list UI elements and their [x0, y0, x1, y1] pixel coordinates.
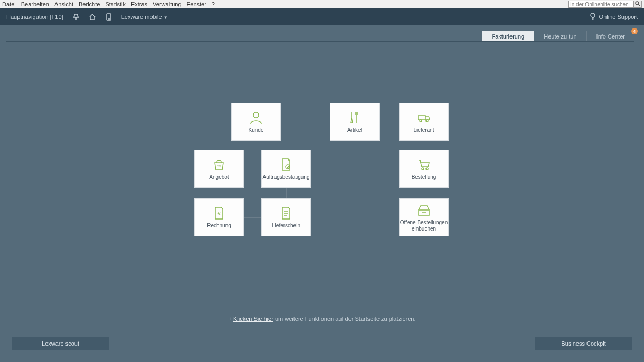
- hint-link[interactable]: Klicken Sie hier: [233, 316, 273, 322]
- connector: [244, 217, 261, 218]
- svg-point-11: [422, 168, 424, 170]
- delivery-note-icon: [279, 206, 293, 221]
- footer-buttons: Lexware scout Business Cockpit: [12, 337, 632, 350]
- invoice-icon: €: [212, 206, 226, 221]
- tile-rechnung[interactable]: € Rechnung: [194, 198, 244, 236]
- home-icon[interactable]: [89, 13, 96, 21]
- tab-info-center-label: Info Center: [596, 33, 625, 40]
- tools-icon: [347, 110, 362, 125]
- menu-help[interactable]: ?: [212, 1, 215, 7]
- svg-text:%: %: [217, 164, 221, 168]
- tab-strip: Fakturierung Heute zu tun Info Center 4: [0, 25, 644, 42]
- menu-berichte[interactable]: Berichte: [79, 1, 100, 7]
- tile-rechnung-label: Rechnung: [207, 223, 231, 229]
- person-icon: [249, 110, 263, 125]
- menu-bearbeiten[interactable]: Bearbeiten: [21, 1, 49, 7]
- bag-icon: %: [212, 157, 226, 172]
- connector: [286, 188, 287, 198]
- tile-auftragsbestaetigung-label: Auftragsbestätigung: [263, 174, 310, 180]
- tile-artikel[interactable]: Artikel: [330, 103, 380, 141]
- menu-datei[interactable]: Datei: [2, 1, 16, 7]
- tile-angebot[interactable]: % Angebot: [194, 150, 244, 188]
- connector: [424, 188, 424, 198]
- truck-icon: [416, 110, 431, 125]
- cart-icon: [416, 157, 431, 172]
- mobile-icon[interactable]: [106, 13, 112, 21]
- search-wrap: [568, 1, 642, 8]
- online-support-label: Online Support: [599, 14, 638, 20]
- footer-separator: [13, 310, 631, 310]
- hint-text: + Klicken Sie hier um weitere Funktionen…: [0, 316, 644, 322]
- online-support[interactable]: Online Support: [590, 13, 638, 21]
- svg-point-0: [636, 2, 639, 5]
- hint-suffix: um weitere Funktionen auf der Startseite…: [273, 316, 416, 322]
- tile-bestellung-label: Bestellung: [412, 174, 437, 180]
- menu-extras[interactable]: Extras: [131, 1, 147, 7]
- connector: [244, 169, 261, 169]
- svg-point-5: [253, 112, 259, 118]
- menu-bar: Datei Bearbeiten Ansicht Berichte Statis…: [0, 0, 644, 8]
- lexware-mobile[interactable]: Lexware mobile▼: [121, 14, 168, 20]
- workflow-canvas: Kunde Artikel Lieferant % Angebot Auftra…: [0, 42, 644, 321]
- svg-point-4: [591, 13, 595, 17]
- tile-lieferant[interactable]: Lieferant: [399, 103, 449, 141]
- tile-offene-bestellungen[interactable]: Offene Bestellungen einbuchen: [399, 198, 449, 236]
- svg-rect-6: [418, 116, 425, 120]
- info-badge: 4: [631, 28, 638, 34]
- tile-auftragsbestaetigung[interactable]: Auftragsbestätigung: [261, 150, 311, 188]
- svg-point-7: [420, 120, 422, 122]
- menu-ansicht[interactable]: Ansicht: [54, 1, 73, 7]
- inbox-icon: [416, 203, 431, 217]
- tile-lieferant-label: Lieferant: [414, 127, 434, 134]
- menu-items: Datei Bearbeiten Ansicht Berichte Statis…: [2, 1, 215, 7]
- svg-rect-17: [419, 210, 429, 215]
- tile-lieferschein[interactable]: Lieferschein: [261, 198, 311, 236]
- svg-line-1: [639, 5, 640, 6]
- tab-info-center[interactable]: Info Center 4: [586, 31, 634, 42]
- tile-bestellung[interactable]: Bestellung: [399, 150, 449, 188]
- menu-fenster[interactable]: Fenster: [187, 1, 206, 7]
- svg-text:€: €: [217, 211, 220, 216]
- tile-artikel-label: Artikel: [347, 127, 362, 134]
- tab-fakturierung[interactable]: Fakturierung: [482, 31, 534, 42]
- document-check-icon: [279, 157, 293, 172]
- toolbar: Hauptnavigation [F10] Lexware mobile▼ On…: [0, 8, 644, 25]
- search-icon: [635, 1, 640, 7]
- menu-verwaltung[interactable]: Verwaltung: [153, 1, 181, 7]
- tile-offene-bestellungen-label: Offene Bestellungen einbuchen: [400, 220, 448, 232]
- menu-statistik[interactable]: Statistik: [105, 1, 126, 7]
- toolbar-left: Hauptnavigation [F10] Lexware mobile▼: [6, 13, 168, 21]
- tile-kunde-label: Kunde: [249, 127, 264, 134]
- plus-icon: +: [229, 316, 232, 322]
- search-button[interactable]: [634, 1, 642, 8]
- tile-angebot-label: Angebot: [209, 174, 229, 180]
- tab-heute-zu-tun[interactable]: Heute zu tun: [534, 31, 586, 42]
- business-cockpit-button[interactable]: Business Cockpit: [535, 337, 632, 350]
- svg-point-12: [426, 168, 428, 170]
- tile-lieferschein-label: Lieferschein: [272, 223, 300, 229]
- svg-point-8: [426, 120, 428, 122]
- chevron-down-icon: ▼: [164, 15, 168, 20]
- pin-icon[interactable]: [73, 14, 79, 20]
- lexware-scout-button[interactable]: Lexware scout: [12, 337, 109, 350]
- main-navigation[interactable]: Hauptnavigation [F10]: [6, 14, 63, 20]
- lightbulb-icon: [590, 13, 596, 21]
- tile-kunde[interactable]: Kunde: [231, 103, 281, 141]
- search-input[interactable]: [568, 1, 634, 8]
- connector: [424, 141, 424, 150]
